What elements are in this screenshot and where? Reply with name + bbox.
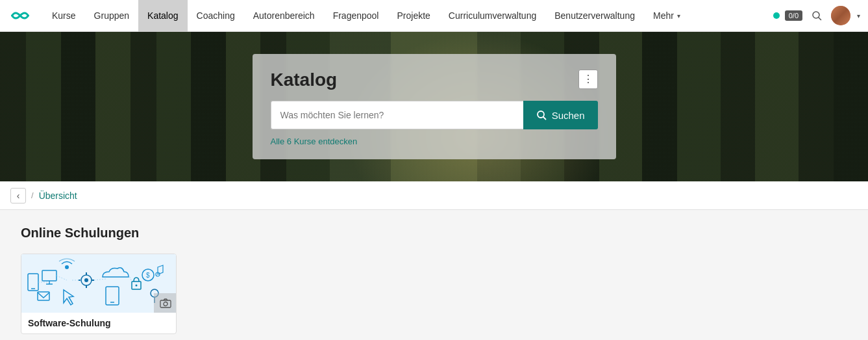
catalog-search-button[interactable]: Suchen [523,101,598,129]
nav-item-katalog[interactable]: Katalog [138,0,187,32]
svg-point-10 [65,265,69,269]
svg-line-3 [543,117,546,120]
svg-line-1 [819,18,821,20]
breadcrumb-back-button[interactable]: ‹ [10,188,26,203]
svg-rect-32 [160,300,171,307]
card-thumbnail: $ [21,254,177,313]
breadcrumb-overview-link[interactable]: Übersicht [39,190,77,201]
hero-content: Katalog ⋮ Suchen Alle 6 Kurse entdecken [0,32,868,181]
nav-item-curriculumverwaltung[interactable]: Curriculumverwaltung [440,0,545,32]
nav-item-kurse[interactable]: Kurse [43,0,85,32]
nav-item-gruppen[interactable]: Gruppen [85,0,138,32]
score-badge: 0/0 [785,10,802,21]
breadcrumb-bar: ‹ / Übersicht [0,181,868,210]
search-panel: Katalog ⋮ Suchen Alle 6 Kurse entdecken [253,54,616,159]
section-title: Online Schulungen [21,226,847,241]
user-avatar[interactable] [831,6,850,25]
search-panel-header: Katalog ⋮ [271,70,598,90]
svg-point-12 [84,278,88,282]
svg-point-20 [136,285,138,287]
course-card-title: Software-Schulung [21,313,176,333]
global-search-button[interactable] [808,7,826,25]
catalog-search-input[interactable] [271,101,523,129]
svg-point-33 [164,302,167,306]
search-icon [536,110,547,120]
catalog-title: Katalog [271,70,338,90]
hero-section: Katalog ⋮ Suchen Alle 6 Kurse entdecken [0,32,868,181]
search-row: Suchen [271,101,598,129]
nav-item-autorenbereich[interactable]: Autorenbereich [244,0,324,32]
app-logo[interactable] [8,8,32,23]
mehr-dropdown-icon: ▾ [677,12,680,20]
main-content: Online Schulungen [0,210,868,340]
catalog-more-button[interactable]: ⋮ [578,70,598,89]
online-status-indicator [773,12,780,19]
nav-item-benutzerverwaltung[interactable]: Benutzerverwaltung [545,0,644,32]
discover-all-link[interactable]: Alle 6 Kurse entdecken [271,137,358,146]
course-card-software-schulung[interactable]: $ [21,254,177,334]
nav-right: 0/0 ▾ [773,6,860,25]
courses-grid: $ [21,254,847,334]
user-dropdown-icon[interactable]: ▾ [857,12,860,20]
nav-item-mehr[interactable]: Mehr ▾ [644,0,689,32]
nav-item-coaching[interactable]: Coaching [188,0,244,32]
nav-items: Kurse Gruppen Katalog Coaching Autorenbe… [43,0,773,32]
navbar: Kurse Gruppen Katalog Coaching Autorenbe… [0,0,868,32]
card-camera-overlay [154,293,177,313]
nav-item-projekte[interactable]: Projekte [388,0,439,32]
breadcrumb-separator: / [31,190,34,200]
svg-text:$: $ [146,272,150,279]
nav-item-fragenpool[interactable]: Fragenpool [324,0,388,32]
